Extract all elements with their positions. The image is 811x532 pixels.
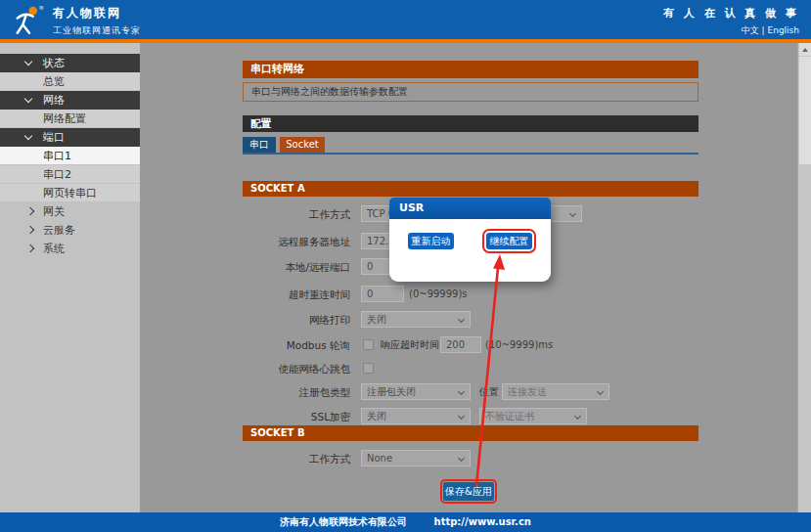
footer-company: 济南有人物联网技术有限公司 — [280, 516, 407, 527]
chevron-right-icon — [26, 207, 34, 215]
regpkt-type-select[interactable]: 注册包关闭 — [361, 383, 471, 400]
modbus-timeout-input[interactable]: 200 — [440, 336, 481, 353]
sidebar-item-overview[interactable]: 总览 — [0, 72, 140, 91]
socketb-work-mode-select[interactable]: None — [361, 450, 471, 466]
sidebar-group-port[interactable]: 端口 — [0, 128, 140, 147]
restart-button[interactable]: 重新启动 — [408, 233, 454, 249]
sidebar-group-status[interactable]: 状态 — [0, 54, 140, 72]
language-switch[interactable]: 中文 | English — [663, 24, 799, 37]
sidebar-group-cloud[interactable]: 云服务 — [0, 221, 140, 240]
ssl-select[interactable]: 关闭 — [361, 408, 471, 424]
chevron-down-icon — [574, 413, 581, 420]
page-description: 串口与网络之间的数据传输参数配置 — [243, 82, 698, 102]
footer: 济南有人物联网技术有限公司 http://www.usr.cn — [0, 512, 811, 532]
net-print-select[interactable]: 关闭 — [361, 311, 471, 328]
chevron-down-icon — [458, 413, 465, 420]
sidebar-item-network-config[interactable]: 网络配置 — [0, 110, 140, 128]
usr-logo-icon: ® — [13, 4, 46, 36]
page-title: 串口转网络 — [243, 61, 698, 78]
chevron-down-icon — [24, 132, 32, 140]
row-ssl: SSL加密 关闭 不验证证书 — [243, 408, 698, 425]
svg-text:®: ® — [38, 5, 44, 11]
sidebar-group-system[interactable]: 系统 — [0, 240, 140, 258]
sidebar-item-web-to-serial[interactable]: 网页转串口 — [0, 184, 140, 202]
ssl-cert-select[interactable]: 不验证证书 — [479, 408, 587, 424]
chevron-down-icon — [24, 58, 32, 66]
row-heartbeat: 使能网络心跳包 — [243, 360, 698, 377]
tab-socket[interactable]: Socket — [280, 137, 325, 153]
heartbeat-checkbox[interactable] — [363, 363, 374, 374]
regpkt-pos-label: 位置 — [479, 383, 499, 401]
continue-config-button[interactable]: 继续配置 — [486, 233, 532, 249]
scrollbar-thumb[interactable] — [799, 57, 811, 164]
socket-a-header: SOCKET A — [243, 181, 698, 197]
page: ® 有人物联网 工业物联网通讯专家 有 人 在 认 真 做 事 中文 | Eng… — [0, 0, 811, 532]
row-socketb-work-mode: 工作方式 None — [243, 450, 698, 467]
tab-serial[interactable]: 串口 — [243, 137, 276, 153]
chevron-down-icon — [24, 95, 32, 103]
slogan-text: 有 人 在 认 真 做 事 — [663, 6, 799, 21]
row-modbus-poll: Modbus 轮询 响应超时时间 200 (10~9999)ms — [243, 336, 698, 354]
save-apply-button[interactable]: 保存&应用 — [443, 482, 494, 501]
chevron-down-icon — [458, 316, 465, 323]
sidebar-group-gateway[interactable]: 网关 — [0, 202, 140, 221]
footer-url[interactable]: http://www.usr.cn — [434, 516, 531, 527]
chevron-down-icon — [458, 455, 465, 462]
reconnect-timeout-hint: (0~99999)s — [409, 286, 468, 303]
usr-dialog: USR 重新启动 继续配置 — [389, 198, 551, 282]
socket-b-header: SOCKET B — [243, 425, 698, 441]
regpkt-pos-select[interactable]: 连接发送 — [502, 383, 609, 400]
vertical-scrollbar[interactable] — [797, 43, 811, 512]
brand-title: 有人物联网 — [53, 5, 141, 22]
row-regpkt: 注册包类型 注册包关闭 位置 连接发送 — [243, 383, 698, 401]
reconnect-timeout-input[interactable]: 0 — [361, 286, 404, 302]
top-banner: ® 有人物联网 工业物联网通讯专家 有 人 在 认 真 做 事 中文 | Eng… — [0, 0, 811, 39]
dialog-title: USR — [389, 198, 551, 219]
scroll-up-button[interactable] — [799, 43, 811, 56]
row-reconnect-timeout: 超时重连时间 0 (0~99999)s — [243, 286, 698, 303]
chevron-down-icon — [569, 210, 576, 217]
chevron-down-icon — [597, 388, 604, 395]
chevron-down-icon — [458, 388, 465, 395]
dialog-body: 重新启动 继续配置 — [389, 219, 551, 282]
brand-subtitle: 工业物联网通讯专家 — [53, 24, 141, 37]
brand-block: 有人物联网 工业物联网通讯专家 — [53, 5, 141, 37]
modbus-poll-checkbox[interactable] — [363, 339, 374, 350]
config-section-header: 配置 — [243, 115, 698, 132]
row-net-print: 网络打印 关闭 — [243, 311, 698, 329]
sidebar-item-serial2[interactable]: 串口2 — [0, 165, 140, 184]
sidebar: 状态 总览 网络 网络配置 端口 串口1 串口2 网页转 — [0, 43, 140, 512]
modbus-timeout-hint: (10~9999)ms — [485, 336, 553, 354]
chevron-right-icon — [26, 226, 34, 234]
chevron-right-icon — [26, 244, 34, 252]
sidebar-group-network[interactable]: 网络 — [0, 91, 140, 110]
sidebar-item-serial1[interactable]: 串口1 — [0, 147, 140, 165]
tab-underline — [243, 153, 698, 155]
